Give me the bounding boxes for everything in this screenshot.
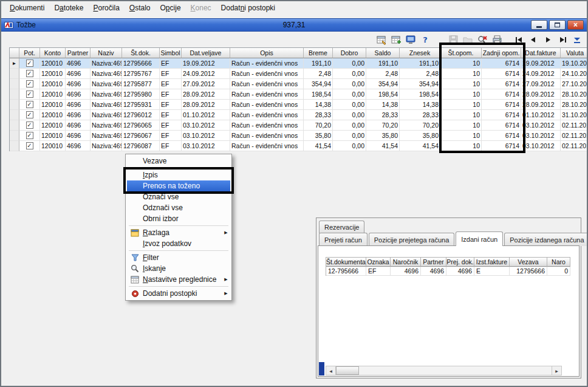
cell-naziv[interactable]: Naziva:4696 <box>91 100 122 110</box>
cell-dobro[interactable]: 0,00 <box>333 141 366 151</box>
menu-datoteke[interactable]: Datoteke <box>49 2 88 14</box>
cell-konto[interactable]: 120010 <box>40 110 66 120</box>
cell-saldo[interactable]: 191,10 <box>366 58 400 69</box>
cell-saldo[interactable]: 35,80 <box>366 131 400 141</box>
cell-simbol[interactable]: EF <box>160 120 182 131</box>
cell-opis[interactable]: Račun - evidenčni vnos <box>230 141 304 151</box>
cell-dat-veljave[interactable]: 03.10.2012 <box>182 120 230 131</box>
detail-column-header-prej-dok[interactable]: Prej. dok. <box>446 258 474 267</box>
column-header-breme[interactable]: Breme <box>304 48 333 58</box>
cell-st-dok[interactable]: 12795931 <box>122 100 160 110</box>
cell-naziv[interactable]: Naziva:4696 <box>91 79 122 89</box>
cell-partner[interactable]: 4696 <box>66 58 91 69</box>
column-header-t-dok[interactable]: Št.dok. <box>122 48 160 58</box>
cell-dat-fakture[interactable]: 27.09.2012 <box>521 79 561 89</box>
menu-item-dodatni-postopki[interactable]: Dodatni postopki▶ <box>127 288 230 299</box>
cell-dobro[interactable]: 0,00 <box>333 69 366 79</box>
cell-valuta[interactable]: 02.11.2012 <box>561 131 587 141</box>
cell-dat-veljave[interactable]: 03.10.2012 <box>182 131 230 141</box>
cell-partner[interactable]: 4696 <box>66 131 91 141</box>
grid-row[interactable]: ✓1200104696Naziva:469612796067EF03.10.20… <box>10 131 587 141</box>
detail-cell[interactable]: EF <box>366 267 391 276</box>
cell-zadnji-opom[interactable]: 6714 <box>482 79 521 89</box>
cell-pot[interactable]: ✓ <box>19 100 40 110</box>
cell-valuta[interactable]: 28.10.2012 <box>561 100 587 110</box>
cell-znesek[interactable]: 191,10 <box>400 58 440 69</box>
cell-partner[interactable]: 4696 <box>66 110 91 120</box>
cell-znesek[interactable]: 35,80 <box>400 131 440 141</box>
row-checkbox[interactable]: ✓ <box>26 132 33 139</box>
cell-saldo[interactable]: 28,33 <box>366 110 400 120</box>
cell-zadnji-opom[interactable]: 6714 <box>482 110 521 120</box>
cell-dat-fakture[interactable]: 28.09.2012 <box>521 100 561 110</box>
cell-pot[interactable]: ✓ <box>19 141 40 151</box>
tab-rezervacije[interactable]: Rezervacije <box>319 221 364 233</box>
cell-konto[interactable]: 120010 <box>40 69 66 79</box>
detail-cell[interactable]: 4696 <box>446 267 474 276</box>
cell-dat-veljave[interactable]: 24.09.2012 <box>182 69 230 79</box>
cell-dobro[interactable]: 0,00 <box>333 79 366 89</box>
cell-valuta[interactable]: 31.10.2012 <box>561 110 587 120</box>
cell-saldo[interactable]: 14,38 <box>366 100 400 110</box>
cell-naziv[interactable]: Naziva:4696 <box>91 141 122 151</box>
cell-pot[interactable]: ✓ <box>19 79 40 89</box>
cell-dobro[interactable]: 0,00 <box>333 120 366 131</box>
cell-naziv[interactable]: Naziva:4696 <box>91 120 122 131</box>
detail-cell[interactable]: 4696 <box>421 267 446 276</box>
cell-dat-veljave[interactable]: 27.09.2012 <box>182 79 230 89</box>
menu-item-iskanje[interactable]: Iskanje <box>127 263 230 274</box>
cell-valuta[interactable]: 02.11.2012 <box>561 141 587 151</box>
menu-item-odzna-i-vse[interactable]: Odznači vse <box>127 202 230 213</box>
toolbar-button-nav-prev[interactable] <box>526 33 541 46</box>
cell-partner[interactable]: 4696 <box>66 120 91 131</box>
column-header-naziv[interactable]: Naziv <box>91 48 122 58</box>
cell-dat-veljave[interactable]: 28.09.2012 <box>182 89 230 100</box>
cell-dat-veljave[interactable]: 19.09.2012 <box>182 58 230 69</box>
cell-partner[interactable]: 4696 <box>66 69 91 79</box>
menu-item-ozna-i-vse[interactable]: Označi vse <box>127 191 230 202</box>
row-checkbox[interactable]: ✓ <box>26 70 33 77</box>
menu-item-filter[interactable]: Filter <box>127 252 230 263</box>
menu-item-obrni-izbor[interactable]: Obrni izbor <box>127 213 230 224</box>
cell-st-dok[interactable]: 12796087 <box>122 141 160 151</box>
cell-dobro[interactable]: 0,00 <box>333 131 366 141</box>
cell-zadnji-opom[interactable]: 6714 <box>482 58 521 69</box>
cell-opis[interactable]: Račun - evidenčni vnos <box>230 110 304 120</box>
cell-breme[interactable]: 198,54 <box>304 89 333 100</box>
cell-st-dok[interactable]: 12795767 <box>122 69 160 79</box>
cell-znesek[interactable]: 41,54 <box>400 141 440 151</box>
cell-st-opom[interactable]: 10 <box>440 100 482 110</box>
cell-naziv[interactable]: Naziva:4696 <box>91 89 122 100</box>
grid-row[interactable]: ✓1200104696Naziva:469612795767EF24.09.20… <box>10 69 587 79</box>
cell-st-dok[interactable]: 12796012 <box>122 110 160 120</box>
toolbar-button-help[interactable]: ? <box>418 33 432 46</box>
menu-item-izvoz-podatkov[interactable]: Izvoz podatkov <box>127 238 230 249</box>
toolbar-button-search-cancel[interactable] <box>475 33 490 46</box>
cell-naziv[interactable]: Naziva:4696 <box>91 58 122 69</box>
detail-cell[interactable]: 4696 <box>391 267 421 276</box>
row-selector[interactable] <box>10 89 19 100</box>
cell-znesek[interactable]: 2,48 <box>400 69 440 79</box>
column-header-saldo[interactable]: Saldo <box>366 48 400 58</box>
menu-dodatni-postopki[interactable]: Dodatni postopki <box>216 2 280 14</box>
menu-item-izpis[interactable]: Izpis <box>127 170 230 180</box>
cell-dat-fakture[interactable]: 03.10.2012 <box>521 120 561 131</box>
minimize-button[interactable] <box>531 20 547 30</box>
column-header-pot[interactable]: Pot. <box>19 48 40 58</box>
menu-item-nastavitve-preglednice[interactable]: Nastavitve preglednice▶ <box>127 274 230 285</box>
cell-simbol[interactable]: EF <box>160 100 182 110</box>
cell-zadnji-opom[interactable]: 6714 <box>482 131 521 141</box>
cell-dat-fakture[interactable]: 03.10.2012 <box>521 141 561 151</box>
cell-opis[interactable]: Račun - evidenčni vnos <box>230 69 304 79</box>
cell-konto[interactable]: 120010 <box>40 58 66 69</box>
toolbar-button-print[interactable] <box>490 33 504 46</box>
toolbar-button-grid-edit[interactable] <box>374 33 389 46</box>
tab-prejeti-ra-un[interactable]: Prejeti račun <box>319 233 368 246</box>
scrollbar-thumb[interactable] <box>336 366 359 375</box>
cell-partner[interactable]: 4696 <box>66 141 91 151</box>
detail-cell[interactable]: 0 <box>547 267 570 276</box>
row-selector[interactable] <box>10 100 19 110</box>
column-header-konto[interactable]: Konto <box>40 48 66 58</box>
cell-st-dok[interactable]: 12795980 <box>122 89 160 100</box>
grid-row[interactable]: ►✓1200104696Naziva:469612795666EF19.09.2… <box>10 58 587 69</box>
